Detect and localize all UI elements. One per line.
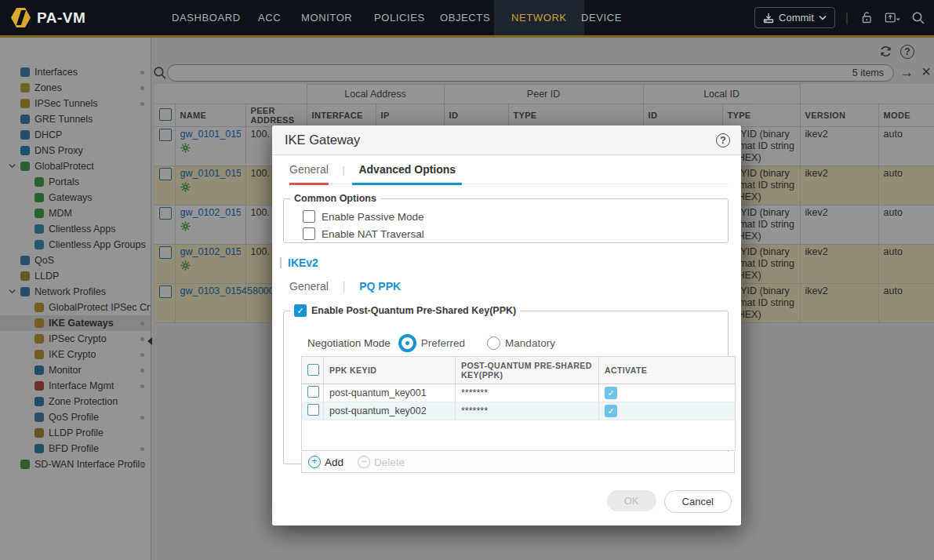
ppk-keyid-cell: post-quantum_key002: [324, 402, 456, 420]
dialog-help-icon[interactable]: ?: [716, 133, 730, 147]
ppk-key-cell: *******: [456, 384, 599, 402]
section-bar: [280, 257, 282, 268]
ikev2-tab-pq-ppk[interactable]: PQ PPK: [359, 280, 401, 293]
preferred-label: Preferred: [421, 337, 465, 349]
ppk-activate-cell: ✓: [599, 402, 736, 420]
ppk-header-row: PPK KEYID POST-QUANTUM PRE-SHARED KEY(PP…: [302, 357, 736, 384]
delete-button[interactable]: − Delete: [358, 456, 405, 468]
ike-gateway-dialog: IKE Gateway ? General | Advanced Options…: [272, 125, 741, 525]
logo: PA-VM: [11, 8, 85, 27]
minus-icon: −: [358, 456, 370, 468]
top-nav: PA-VM DASHBOARD ACC MONITOR POLICIES OBJ…: [0, 0, 934, 35]
accent-divider: [0, 35, 934, 38]
ppk-legend: ✓ Enable Post-Quantum Pre-Shared Key(PPK…: [290, 304, 520, 317]
enable-nat-traversal-label: Enable NAT Traversal: [322, 228, 424, 240]
ppk-activate-cell: ✓: [599, 384, 736, 402]
ikev2-heading-label: IKEv2: [288, 256, 318, 269]
tab-general[interactable]: General: [289, 163, 329, 184]
nav-item-network[interactable]: NETWORK: [494, 0, 584, 35]
mandatory-radio[interactable]: [487, 336, 500, 350]
common-options-legend: Common Options: [290, 193, 380, 204]
ppk-col-key[interactable]: POST-QUANTUM PRE-SHARED KEY(PPK): [456, 357, 599, 384]
enable-nat-traversal-checkbox[interactable]: [303, 227, 315, 240]
nav-item-policies[interactable]: POLICIES: [374, 0, 425, 35]
commit-icon: [763, 13, 774, 24]
preferred-radio[interactable]: [398, 334, 416, 352]
radio-option-mandatory[interactable]: Mandatory: [487, 336, 555, 350]
ikev2-tab-general[interactable]: General: [289, 280, 329, 293]
ppk-row: post-quantum_key002*******✓: [302, 402, 736, 420]
ppk-select-all-checkbox[interactable]: [307, 364, 319, 376]
app-window: PA-VM DASHBOARD ACC MONITOR POLICIES OBJ…: [0, 0, 934, 560]
dialog-tabs: General | Advanced Options: [289, 163, 729, 184]
tab-separator: |: [342, 164, 344, 176]
ppk-select-cell: [302, 402, 324, 420]
paloalto-logo-icon: [11, 8, 31, 27]
cancel-button[interactable]: Cancel: [664, 490, 732, 513]
nav-item-dashboard[interactable]: DASHBOARD: [172, 0, 241, 35]
nav-item-monitor[interactable]: MONITOR: [301, 0, 352, 35]
ppk-row-checkbox[interactable]: [307, 404, 319, 416]
enable-passive-mode-row: Enable Passive Mode: [303, 210, 424, 223]
negotiation-mode-row: Negotiation Mode Preferred Mandatory: [307, 334, 569, 352]
ppk-col-activate[interactable]: ACTIVATE: [599, 357, 736, 384]
ppk-empty-row: [302, 420, 736, 451]
delete-label: Delete: [374, 456, 405, 468]
nav-item-objects[interactable]: OBJECTS: [440, 0, 490, 35]
save-config-icon[interactable]: [885, 10, 900, 26]
global-search-icon[interactable]: [910, 10, 926, 26]
nav-item-device[interactable]: DEVICE: [581, 0, 622, 35]
chevron-down-icon: [819, 15, 827, 20]
tab-advanced-options[interactable]: Advanced Options: [358, 163, 456, 184]
commit-button[interactable]: Commit: [754, 7, 835, 28]
enable-ppk-checkbox[interactable]: ✓: [294, 304, 307, 317]
unlock-icon[interactable]: [859, 10, 874, 26]
negotiation-mode-label: Negotiation Mode: [307, 337, 391, 349]
ppk-fieldset: ✓ Enable Post-Quantum Pre-Shared Key(PPK…: [283, 304, 729, 464]
common-options-fieldset: Common Options Enable Passive Mode Enabl…: [283, 193, 729, 243]
nav-divider: |: [845, 11, 849, 25]
enable-passive-mode-checkbox[interactable]: [303, 210, 315, 223]
commit-label: Commit: [779, 12, 814, 24]
ppk-row: post-quantum_key001*******✓: [302, 384, 736, 402]
enable-ppk-label: Enable Post-Quantum Pre-Shared Key(PPK): [311, 305, 516, 316]
activate-checkbox[interactable]: ✓: [605, 387, 617, 399]
enable-passive-mode-label: Enable Passive Mode: [322, 211, 424, 223]
ikev2-tab-separator: |: [343, 280, 346, 293]
ok-button[interactable]: OK: [607, 490, 656, 511]
ikev2-tabs: General | PQ PPK: [289, 280, 412, 293]
ppk-key-cell: *******: [456, 402, 599, 420]
plus-icon: +: [308, 456, 321, 468]
ikev2-section-heading: IKEv2: [280, 256, 318, 269]
radio-option-preferred[interactable]: Preferred: [398, 334, 465, 352]
ppk-select-cell: [302, 384, 324, 402]
dialog-title: IKE Gateway: [272, 125, 741, 155]
ppk-keyid-cell: post-quantum_key001: [324, 384, 456, 402]
add-label: Add: [325, 456, 343, 468]
nav-item-acc[interactable]: ACC: [258, 0, 281, 35]
ppk-table-footer: + Add − Delete: [301, 452, 735, 473]
ppk-col-keyid[interactable]: PPK KEYID: [324, 357, 456, 384]
ppk-table: PPK KEYID POST-QUANTUM PRE-SHARED KEY(PP…: [301, 356, 736, 451]
dialog-buttons: OK Cancel: [607, 490, 732, 513]
ppk-row-checkbox[interactable]: [307, 386, 319, 398]
logo-text: PA-VM: [37, 9, 85, 27]
mandatory-label: Mandatory: [505, 337, 555, 349]
enable-nat-traversal-row: Enable NAT Traversal: [303, 227, 424, 240]
activate-checkbox[interactable]: ✓: [605, 405, 617, 417]
add-button[interactable]: + Add: [308, 456, 343, 468]
